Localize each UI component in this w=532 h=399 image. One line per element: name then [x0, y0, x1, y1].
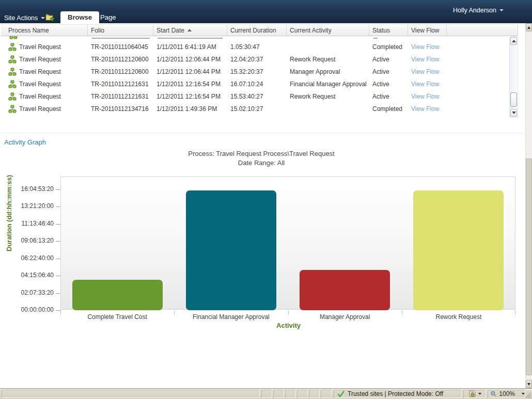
process-tree-icon: [8, 92, 17, 101]
y-tick-label: 00:00:00:00: [6, 306, 54, 313]
security-zone-text: Trusted sites | Protected Mode: Off: [348, 390, 443, 397]
y-tick-label: 04:15:06:40: [6, 272, 54, 279]
bar-rework-request: [413, 190, 504, 310]
tab-page[interactable]: Page: [93, 11, 123, 23]
process-name-cell: Travel Request: [19, 81, 61, 88]
current-duration-cell: 12.04:20:37: [227, 53, 287, 66]
current-activity-cell: Rework Request: [287, 53, 369, 66]
x-tick-mark: [402, 310, 402, 314]
table-row[interactable]: Travel Request TR-20110112134716 1/12/20…: [1, 103, 518, 115]
clipped-text: [92, 38, 150, 39]
scrollbar-thumb[interactable]: [510, 92, 517, 107]
x-category-label: Complete Travel Cost: [87, 313, 147, 321]
status-section-box: [309, 390, 320, 398]
clipped-text: [373, 38, 378, 39]
start-date-cell: 1/12/2011 12:06:44 PM: [153, 53, 227, 66]
navigate-up-folder-icon[interactable]: [45, 13, 56, 23]
activity-graph-heading[interactable]: Activity Graph: [4, 138, 46, 146]
column-header-status[interactable]: Status: [369, 25, 408, 36]
process-name-cell: Travel Request: [19, 93, 61, 100]
view-flow-link[interactable]: View Flow: [411, 93, 439, 100]
table-row[interactable]: Travel Request TR-20110112120600 1/12/20…: [1, 66, 518, 78]
x-category-label: Rework Request: [436, 313, 482, 321]
x-category-label: Financial Manager Approval: [193, 313, 270, 321]
user-menu[interactable]: Holly Anderson: [453, 7, 504, 14]
zoom-level-text: 100%: [499, 390, 515, 397]
bar-financial-manager-approval: [186, 190, 276, 310]
bar-complete-travel-cost: [72, 280, 163, 310]
current-activity-cell: Rework Request: [287, 90, 369, 103]
status-section-box: [261, 390, 272, 398]
browser-window: Site Actions Browse Page Holly Anderson …: [0, 0, 532, 399]
process-instances-table: Process Name Folio Start Date Current Du…: [1, 24, 518, 115]
chevron-down-icon: [41, 17, 45, 19]
table-body: Travel Request TR-20110111064045 1/11/20…: [1, 41, 518, 115]
scroll-down-button[interactable]: [510, 109, 517, 117]
page-scrollbar-thumb[interactable]: [526, 158, 532, 375]
zoom-magnifier-icon: [491, 390, 496, 397]
status-section-box: [273, 390, 284, 398]
arrow-up-icon: [527, 26, 530, 29]
process-name-cell: Travel Request: [19, 68, 61, 75]
shield-lock-icon: [468, 390, 476, 397]
table-row[interactable]: Travel Request TR-20110112121631 1/12/20…: [1, 90, 518, 103]
column-header-view-flow[interactable]: View Flow: [408, 25, 447, 36]
y-tick-mark: [56, 241, 60, 242]
user-name: Holly Anderson: [453, 7, 496, 14]
clipped-table-row: [1, 36, 518, 41]
process-tree-icon: [9, 36, 18, 39]
current-activity-cell: [287, 103, 369, 115]
process-tree-icon: [8, 105, 17, 113]
status-cell: Active: [369, 90, 408, 103]
page-scrollbar[interactable]: [525, 23, 532, 388]
table-scrollbar[interactable]: [509, 36, 518, 118]
view-flow-link[interactable]: View Flow: [411, 68, 439, 75]
tab-page-label: Page: [100, 13, 116, 21]
page-scroll-down-button[interactable]: [526, 380, 532, 388]
x-tick-mark: [174, 310, 175, 314]
view-flow-link[interactable]: View Flow: [411, 56, 439, 63]
chevron-down-icon: [499, 9, 504, 11]
webpart-divider: [1, 133, 524, 133]
process-name-cell: Travel Request: [19, 105, 61, 113]
y-tick-mark: [56, 206, 60, 207]
view-flow-link[interactable]: View Flow: [411, 105, 439, 113]
protection-menu[interactable]: [463, 390, 486, 398]
sort-ascending-icon: [187, 29, 192, 31]
table-row[interactable]: Travel Request TR-20110112121631 1/12/20…: [1, 78, 518, 90]
start-date-cell: 1/12/2011 12:06:44 PM: [153, 66, 227, 78]
ribbon-bar: Site Actions Browse Page Holly Anderson: [0, 0, 532, 23]
status-cell: Active: [369, 66, 408, 78]
table-row[interactable]: Travel Request TR-20110112120600 1/12/20…: [1, 53, 518, 66]
x-tick-mark: [60, 310, 61, 314]
folio-cell: TR-20110112120600: [88, 53, 153, 66]
column-header-folio[interactable]: Folio: [88, 25, 153, 36]
y-tick-label: 02:07:33:20: [6, 289, 54, 296]
view-flow-link[interactable]: View Flow: [411, 43, 439, 51]
y-tick-mark: [56, 293, 60, 294]
y-tick-mark: [56, 224, 60, 225]
view-flow-link[interactable]: View Flow: [411, 81, 439, 88]
status-section-main: [2, 390, 260, 398]
column-header-current-duration[interactable]: Current Duration: [227, 25, 287, 36]
column-header-process-name[interactable]: Process Name: [1, 25, 88, 36]
page-scroll-up-button[interactable]: [526, 23, 532, 31]
scroll-up-button[interactable]: [510, 37, 517, 45]
status-cell: Active: [369, 53, 408, 66]
column-header-start-date[interactable]: Start Date: [153, 25, 227, 36]
status-cell: Completed: [369, 103, 408, 115]
column-header-current-activity[interactable]: Current Activity: [287, 25, 369, 36]
y-tick-mark: [56, 259, 60, 259]
resize-grip[interactable]: [524, 391, 531, 398]
y-tick-label: 13:21:20:00: [6, 202, 54, 210]
tab-browse-label: Browse: [68, 13, 92, 21]
site-actions-menu[interactable]: Site Actions: [4, 12, 45, 23]
zoom-control[interactable]: 100%: [488, 390, 525, 398]
x-tick-mark: [515, 310, 515, 314]
folio-cell: TR-20110111064045: [88, 41, 153, 53]
bar-manager-approval: [300, 270, 390, 310]
table-row[interactable]: Travel Request TR-20110111064045 1/11/20…: [1, 41, 518, 53]
start-date-cell: 1/12/2011 12:16:54 PM: [153, 78, 227, 90]
start-date-label: Start Date: [157, 27, 184, 34]
folio-cell: TR-20110112120600: [88, 66, 153, 78]
